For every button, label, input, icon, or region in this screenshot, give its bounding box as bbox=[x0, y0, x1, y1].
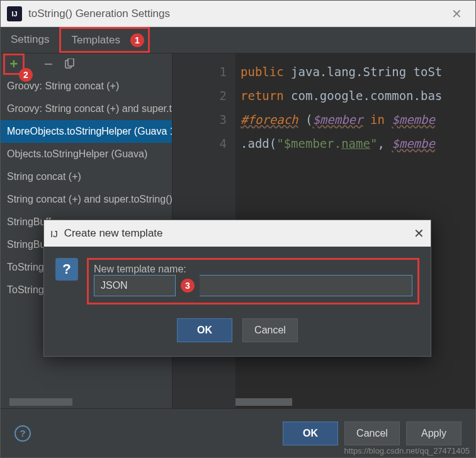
list-item[interactable]: MoreObjects.toStringHelper (Guava 18+) bbox=[1, 120, 172, 143]
code-line: public java.lang.String toSt bbox=[241, 60, 475, 84]
dialog-footer: OK Cancel bbox=[44, 318, 431, 356]
copy-icon bbox=[65, 59, 75, 70]
list-hscrollbar[interactable] bbox=[1, 396, 172, 408]
copy-template-button[interactable] bbox=[61, 55, 79, 73]
tab-bar: Settings Templates 1 bbox=[1, 27, 475, 53]
template-name-label: New template name: bbox=[94, 264, 412, 275]
list-hscroll-thumb[interactable] bbox=[9, 398, 72, 406]
templates-toolbar: + 2 bbox=[1, 53, 172, 75]
app-icon: IJ bbox=[7, 6, 22, 21]
dialog-title: Create new template bbox=[64, 227, 414, 240]
svg-rect-2 bbox=[68, 59, 74, 66]
code-line: .add("$member.name", $membe bbox=[241, 131, 475, 155]
content-area: + 2 Groovy: String concat (+) Groovy: St… bbox=[1, 53, 475, 408]
dialog-body: ? New template name: 3 bbox=[44, 247, 431, 318]
annotation-add-button: + 2 bbox=[3, 53, 25, 75]
dialog-cancel-button[interactable]: Cancel bbox=[242, 318, 298, 342]
remove-template-button[interactable] bbox=[40, 55, 57, 73]
line-number: 2 bbox=[173, 84, 227, 108]
editor-hscrollbar[interactable] bbox=[235, 396, 475, 408]
template-name-input[interactable] bbox=[94, 275, 176, 296]
svg-rect-0 bbox=[45, 64, 52, 65]
code-line: return com.google.common.bas bbox=[241, 84, 475, 108]
annotation-badge-2: 2 bbox=[19, 68, 33, 82]
code-line: #foreach ($member in $membe bbox=[241, 108, 475, 131]
tab-settings[interactable]: Settings bbox=[1, 27, 59, 53]
ok-button[interactable]: OK bbox=[283, 422, 338, 445]
annotation-badge-3: 3 bbox=[181, 279, 195, 293]
dialog-field-wrap: New template name: 3 bbox=[87, 258, 419, 304]
dialog-titlebar: IJ Create new template ✕ bbox=[44, 220, 431, 247]
line-number: 4 bbox=[173, 131, 227, 155]
minus-icon bbox=[43, 59, 54, 69]
create-template-dialog: IJ Create new template ✕ ? New template … bbox=[43, 220, 431, 357]
list-item[interactable]: String concat (+) and super.toString() bbox=[1, 188, 172, 211]
list-item[interactable]: String concat (+) bbox=[1, 165, 172, 188]
dialog-ok-button[interactable]: OK bbox=[177, 318, 232, 342]
list-item[interactable]: Groovy: String concat (+) and super.toSt… bbox=[1, 98, 172, 120]
annotation-badge-1: 1 bbox=[130, 33, 144, 47]
titlebar: IJ toString() Generation Settings ✕ bbox=[1, 1, 475, 27]
main-window: IJ toString() Generation Settings ✕ Sett… bbox=[0, 0, 476, 458]
window-close-button[interactable]: ✕ bbox=[444, 6, 469, 21]
annotation-templates-tab: Templates 1 bbox=[59, 27, 149, 53]
question-icon: ? bbox=[55, 258, 78, 281]
apply-button[interactable]: Apply bbox=[406, 422, 462, 445]
help-button[interactable]: ? bbox=[14, 425, 31, 442]
cancel-button[interactable]: Cancel bbox=[344, 422, 400, 445]
list-item[interactable]: Objects.toStringHelper (Guava) bbox=[1, 143, 172, 165]
window-title: toString() Generation Settings bbox=[28, 8, 444, 20]
watermark: https://blog.csdn.net/qq_27471405 bbox=[344, 446, 470, 455]
line-number: 3 bbox=[173, 108, 227, 131]
annotation-input-box: New template name: 3 bbox=[87, 258, 419, 304]
line-number: 1 bbox=[173, 60, 227, 84]
editor-hscroll-thumb[interactable] bbox=[235, 398, 292, 406]
template-name-input-ext[interactable] bbox=[200, 275, 412, 296]
app-icon: IJ bbox=[50, 228, 58, 239]
dialog-close-button[interactable]: ✕ bbox=[414, 226, 424, 241]
tab-templates[interactable]: Templates bbox=[61, 28, 130, 53]
